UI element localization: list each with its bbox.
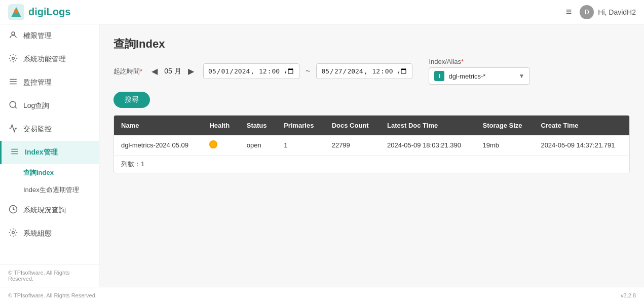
sidebar-item-label: Index管理 bbox=[25, 148, 58, 157]
sidebar-item-label: 交易監控 bbox=[23, 125, 52, 134]
table-header-row: Name Health Status Primaries Docs Count … bbox=[114, 116, 629, 135]
col-create-time: Create Time bbox=[534, 116, 629, 135]
cell-storage-size: 19mb bbox=[476, 135, 534, 156]
chevron-down-icon: ▼ bbox=[519, 72, 525, 80]
sidebar-item-system-status[interactable]: 系統現況查詢 bbox=[0, 199, 99, 222]
monitoring-icon bbox=[8, 77, 18, 88]
version-label: v3.2.8 bbox=[621, 292, 636, 298]
topbar-right: ≡ D Hi, DavidH2 bbox=[566, 5, 636, 19]
logo-area: digiLogs bbox=[8, 4, 70, 20]
date-label: 起訖時間* bbox=[113, 67, 142, 76]
system-functions-icon bbox=[8, 54, 18, 65]
col-storage-size: Storage Size bbox=[476, 116, 534, 135]
date-to-input[interactable] bbox=[316, 63, 412, 79]
index-management-icon bbox=[10, 147, 20, 158]
sidebar-item-label: 系統功能管理 bbox=[23, 55, 66, 64]
sidebar-item-index-management[interactable]: Index管理 bbox=[0, 141, 99, 164]
cell-name: dgl-metrics-2024.05.09 bbox=[114, 135, 202, 156]
topbar: digiLogs ≡ D Hi, DavidH2 bbox=[0, 0, 644, 24]
svg-point-2 bbox=[14, 9, 18, 13]
logo-text: digiLogs bbox=[28, 6, 70, 18]
month-display: 05 月 bbox=[164, 67, 182, 76]
avatar: D bbox=[580, 5, 594, 19]
sidebar-sub-query-index[interactable]: 查詢Index bbox=[0, 164, 99, 181]
sidebar-item-label: Log查詢 bbox=[23, 101, 49, 110]
main-content: 查詢Index 起訖時間* ◀ 05 月 ▶ ~ Index/Alias* bbox=[99, 24, 644, 287]
sidebar-item-log-query[interactable]: Log查詢 bbox=[0, 94, 99, 118]
index-select-value: dgl-metrics-* bbox=[448, 72, 514, 80]
cell-latest-doc-time: 2024-05-09 18:03:21.390 bbox=[380, 135, 476, 156]
table-row: dgl-metrics-2024.05.09 open 1 22799 2024… bbox=[114, 135, 629, 156]
sidebar-footer: © TPIsoftware. All Rights Reserved. bbox=[0, 264, 99, 287]
cell-primaries: 1 bbox=[277, 135, 325, 156]
col-status: Status bbox=[240, 116, 277, 135]
footer-copyright: © TPIsoftware. All Rights Reserved. bbox=[8, 292, 97, 298]
month-nav: ◀ 05 月 ▶ bbox=[148, 65, 197, 77]
cell-status: open bbox=[240, 135, 277, 156]
index-alias-dropdown[interactable]: I dgl-metrics-* ▼ bbox=[429, 67, 530, 85]
sidebar-item-label: 權限管理 bbox=[23, 31, 52, 41]
sidebar-item-label: 系統組態 bbox=[23, 229, 52, 238]
svg-point-4 bbox=[12, 57, 15, 60]
date-range-row: 起訖時間* ◀ 05 月 ▶ ~ Index/Alias* I dgl-met bbox=[113, 58, 630, 85]
sidebar: 權限管理 系統功能管理 監控管理 Log查詢 交易監控 bbox=[0, 24, 99, 287]
search-row: 搜尋 bbox=[113, 91, 630, 108]
health-dot-icon bbox=[209, 140, 217, 148]
row-count: 列數：1 bbox=[114, 156, 629, 173]
user-section: D Hi, DavidH2 bbox=[580, 5, 636, 19]
col-latest-doc-time: Latest Doc Time bbox=[380, 116, 476, 135]
table-body: dgl-metrics-2024.05.09 open 1 22799 2024… bbox=[114, 135, 629, 156]
sidebar-item-trade-monitor[interactable]: 交易監控 bbox=[0, 118, 99, 141]
main-layout: 權限管理 系統功能管理 監控管理 Log查詢 交易監控 bbox=[0, 24, 644, 287]
page-title: 查詢Index bbox=[113, 36, 630, 52]
sidebar-item-label: 監控管理 bbox=[23, 78, 52, 87]
date-from-input[interactable] bbox=[203, 63, 299, 79]
trade-monitor-icon bbox=[8, 124, 18, 135]
cell-health bbox=[202, 135, 239, 156]
bottom-bar: © TPIsoftware. All Rights Reserved. v3.2… bbox=[0, 287, 644, 303]
index-badge: I bbox=[434, 71, 444, 81]
search-button[interactable]: 搜尋 bbox=[113, 92, 150, 108]
sidebar-item-system-functions[interactable]: 系統功能管理 bbox=[0, 48, 99, 71]
sidebar-item-system-config[interactable]: 系統組態 bbox=[0, 222, 99, 245]
cell-create-time: 2024-05-09 14:37:21.791 bbox=[534, 135, 629, 156]
index-alias-label: Index/Alias* bbox=[429, 58, 530, 65]
tilde-separator: ~ bbox=[306, 67, 310, 76]
log-query-icon bbox=[8, 100, 18, 111]
col-docs-count: Docs Count bbox=[325, 116, 380, 135]
results-table: Name Health Status Primaries Docs Count … bbox=[114, 116, 629, 156]
permissions-icon bbox=[8, 30, 18, 42]
prev-month-button[interactable]: ◀ bbox=[148, 65, 161, 77]
system-config-icon bbox=[8, 228, 18, 239]
index-alias-section: Index/Alias* I dgl-metrics-* ▼ bbox=[429, 58, 530, 85]
sidebar-sub-menu: 查詢Index Index生命週期管理 bbox=[0, 164, 99, 199]
logo-icon bbox=[8, 4, 24, 20]
svg-point-3 bbox=[12, 32, 15, 35]
col-health: Health bbox=[202, 116, 239, 135]
sidebar-item-permissions[interactable]: 權限管理 bbox=[0, 24, 99, 48]
next-month-button[interactable]: ▶ bbox=[185, 65, 197, 77]
svg-point-13 bbox=[12, 232, 15, 234]
col-name: Name bbox=[114, 116, 202, 135]
hamburger-icon[interactable]: ≡ bbox=[566, 6, 572, 18]
cell-docs-count: 22799 bbox=[325, 135, 380, 156]
col-primaries: Primaries bbox=[277, 116, 325, 135]
user-greeting: Hi, DavidH2 bbox=[598, 8, 636, 16]
sidebar-sub-index-lifecycle[interactable]: Index生命週期管理 bbox=[0, 181, 99, 199]
sidebar-item-monitoring[interactable]: 監控管理 bbox=[0, 71, 99, 94]
system-status-icon bbox=[8, 205, 18, 216]
sidebar-item-label: 系統現況查詢 bbox=[23, 206, 66, 215]
svg-point-8 bbox=[10, 101, 16, 107]
index-table: Name Health Status Primaries Docs Count … bbox=[113, 115, 630, 173]
